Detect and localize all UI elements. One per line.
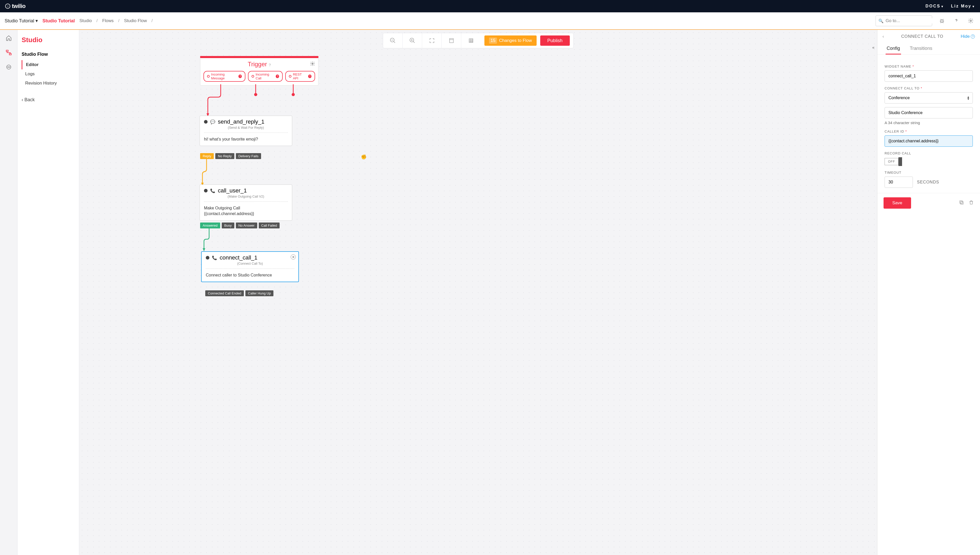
search-input[interactable]	[886, 18, 940, 23]
pan-cursor-icon: ✊	[361, 154, 367, 160]
twilio-icon: ::	[5, 3, 10, 9]
collapse-icon[interactable]: «	[872, 45, 875, 50]
output-answered[interactable]: Answered	[200, 223, 220, 228]
canvas-toolbar: 15Changes to Flow Publish	[383, 33, 574, 48]
side-panel: Studio Studio Flow Editor Logs Revision …	[18, 30, 79, 555]
debug-icon[interactable]	[937, 16, 946, 26]
changes-button[interactable]: 15Changes to Flow	[484, 35, 537, 46]
svg-rect-10	[449, 38, 453, 43]
topbar: :: twilio DOCS▾ Liz Moy▾	[0, 0, 980, 12]
svg-rect-11	[469, 39, 473, 43]
caller-id-input[interactable]	[885, 135, 973, 147]
section-title: Studio	[22, 36, 75, 44]
publish-button[interactable]: Publish	[540, 35, 570, 46]
breadcrumb[interactable]: Studio	[79, 18, 92, 23]
help-icon[interactable]: ?	[269, 63, 271, 67]
grid-button[interactable]	[461, 33, 481, 48]
docs-menu[interactable]: DOCS▾	[925, 4, 944, 8]
widget-name-input[interactable]	[885, 71, 973, 82]
record-toggle[interactable]: OFF	[885, 157, 973, 166]
svg-rect-3	[9, 53, 11, 55]
timeout-input[interactable]	[885, 176, 913, 188]
hide-button[interactable]: Hide?	[961, 34, 975, 39]
user-menu[interactable]: Liz Moy▾	[951, 4, 975, 8]
zoom-out-button[interactable]	[383, 33, 402, 48]
search-box[interactable]: 🔍	[875, 15, 932, 26]
output-deliveryfails[interactable]: Delivery Fails	[236, 153, 261, 159]
chevron-down-icon: ▾	[941, 5, 944, 8]
select-arrows-icon: ▲▼	[967, 96, 970, 100]
save-button[interactable]: Save	[883, 197, 911, 209]
svg-point-13	[254, 93, 257, 96]
brand-text: twilio	[12, 3, 26, 10]
fit-button[interactable]	[422, 33, 442, 48]
gear-icon[interactable]	[310, 61, 315, 68]
event-incoming-call[interactable]: Incoming Call?	[248, 71, 283, 82]
config-panel: « ‹ CONNECT CALL TO Hide? Config Transit…	[877, 30, 980, 555]
side-item-revision[interactable]: Revision History	[22, 79, 75, 88]
chevron-down-icon: ▾	[35, 18, 38, 23]
output-noreply[interactable]: No Reply	[215, 153, 234, 159]
canvas[interactable]: 15Changes to Flow Publish Trigger ? Inco…	[79, 30, 877, 555]
svg-point-6	[8, 67, 9, 67]
svg-point-12	[312, 63, 313, 64]
connect-to-select[interactable]	[885, 92, 973, 104]
conference-name-input[interactable]	[885, 107, 973, 119]
output-connected-ended[interactable]: Connected Call Ended	[205, 290, 244, 296]
phone-icon: 📞	[210, 188, 215, 193]
trigger-widget[interactable]: Trigger ? Incoming Message? Incoming Cal…	[200, 56, 319, 85]
help-icon[interactable]	[952, 16, 961, 26]
subheader: Studio Tutorial ▾ Studio Tutorial Studio…	[0, 12, 980, 30]
close-icon[interactable]: ✕	[291, 254, 296, 260]
output-busy[interactable]: Busy	[222, 223, 234, 228]
svg-rect-2	[6, 50, 8, 51]
output-caller-hungup[interactable]: Caller Hung Up	[245, 290, 274, 296]
config-title: CONNECT CALL TO	[901, 34, 943, 39]
side-item-logs[interactable]: Logs	[22, 69, 75, 79]
svg-point-1	[970, 20, 972, 22]
settings-icon[interactable]	[966, 16, 975, 26]
back-icon[interactable]: ‹	[882, 34, 884, 39]
send-reply-widget[interactable]: 💬send_and_reply_1 (Send & Wait For Reply…	[200, 115, 292, 146]
layout-button[interactable]	[442, 33, 461, 48]
breadcrumb[interactable]: Studio Flow	[124, 18, 147, 23]
duplicate-icon[interactable]	[959, 200, 964, 206]
call-user-widget[interactable]: 📞call_user_1 (Make Outgoing Call V2) Mak…	[200, 184, 292, 221]
chevron-down-icon: ▾	[972, 5, 975, 8]
home-icon[interactable]	[6, 35, 12, 42]
project-selector[interactable]: Studio Tutorial ▾	[5, 18, 38, 24]
conference-hint: A 34 character string	[885, 120, 973, 125]
svg-point-7	[9, 67, 10, 67]
svg-rect-20	[961, 202, 963, 204]
back-link[interactable]: ‹ Back	[22, 97, 75, 103]
svg-point-14	[292, 93, 295, 96]
svg-point-0	[941, 20, 943, 22]
event-incoming-message[interactable]: Incoming Message?	[203, 71, 245, 82]
chat-icon: 💬	[210, 119, 215, 124]
nav-rail	[0, 30, 18, 555]
phone-icon: 📞	[212, 255, 217, 260]
tab-transitions[interactable]: Transitions	[909, 43, 933, 55]
output-noanswer[interactable]: No Answer	[236, 223, 257, 228]
logo[interactable]: :: twilio	[5, 3, 26, 10]
event-rest-api[interactable]: REST API?	[285, 71, 315, 82]
zoom-in-button[interactable]	[402, 33, 422, 48]
svg-marker-19	[203, 248, 205, 251]
search-icon: 🔍	[879, 19, 883, 23]
svg-point-5	[8, 67, 8, 67]
project-name: Studio Tutorial	[42, 18, 75, 24]
side-item-editor[interactable]: Editor	[22, 60, 75, 69]
svg-rect-21	[960, 201, 962, 203]
output-callfailed[interactable]: Call Failed	[259, 223, 280, 228]
output-reply[interactable]: Reply	[200, 153, 214, 159]
studio-icon[interactable]	[5, 49, 12, 57]
breadcrumb[interactable]: Flows	[102, 18, 113, 23]
flow-name[interactable]: Studio Flow	[22, 51, 75, 57]
more-icon[interactable]	[6, 64, 11, 71]
timeout-unit: SECONDS	[917, 180, 939, 184]
connect-call-widget[interactable]: ✕ 📞connect_call_1 (Connect Call To) Conn…	[201, 251, 299, 282]
delete-icon[interactable]	[969, 200, 974, 206]
tab-config[interactable]: Config	[886, 43, 901, 55]
